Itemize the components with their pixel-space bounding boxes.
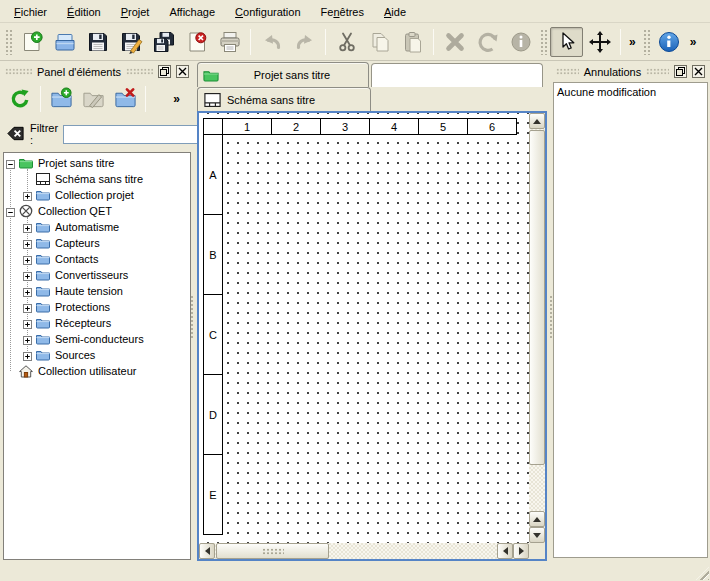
float-dock-button[interactable] (158, 65, 171, 78)
toolbar-drag-handle[interactable] (5, 29, 12, 55)
horizontal-scrollbar-thumb[interactable] (216, 543, 329, 559)
undo-history-list[interactable]: Aucune modification (553, 82, 708, 558)
toolbar-drag-handle[interactable] (540, 29, 547, 55)
diagram-canvas[interactable]: 123456 ABCDE (199, 113, 529, 543)
expand-icon[interactable] (23, 255, 32, 264)
save-file-icon (86, 30, 110, 54)
new-category-button[interactable] (45, 84, 77, 114)
save-file-as-button[interactable] (114, 27, 147, 57)
menu-item-projet[interactable]: Projet (111, 0, 160, 22)
scroll-down-button[interactable] (529, 527, 545, 543)
toolbar-overflow-button[interactable]: » (686, 35, 701, 49)
tree-item-contacts[interactable]: Contacts (4, 251, 190, 267)
about-info-button[interactable] (653, 27, 686, 57)
project-tab-label: Projet sans titre (220, 69, 364, 81)
menu-item-fenetres[interactable]: Fenêtres (311, 0, 374, 22)
toolbar-overflow-button[interactable]: » (169, 92, 184, 106)
print-button[interactable] (213, 27, 246, 57)
paste-button (396, 27, 429, 57)
expand-icon[interactable] (23, 271, 32, 280)
right-splitter-handle[interactable] (549, 295, 554, 339)
float-dock-button[interactable] (674, 65, 687, 78)
menu-item-affichage[interactable]: Affichage (159, 0, 225, 22)
expand-icon[interactable] (23, 303, 32, 312)
toolbar-separator (145, 86, 146, 112)
expand-icon[interactable] (23, 223, 32, 232)
collapse-icon[interactable] (6, 207, 15, 216)
expand-icon[interactable] (23, 351, 32, 360)
toolbar-overflow-button[interactable]: » (625, 35, 640, 49)
tree-item-schema-sans-titre[interactable]: Schéma sans titre (4, 171, 190, 187)
vertical-scrollbar-thumb[interactable] (529, 130, 545, 465)
edit-category-button (77, 84, 109, 114)
close-dock-button[interactable] (176, 65, 189, 78)
element-info-button (504, 27, 537, 57)
expand-icon[interactable] (23, 191, 32, 200)
tree-item-automatisme[interactable]: Automatisme (4, 219, 190, 235)
tree-item-recepteurs[interactable]: Récepteurs (4, 315, 190, 331)
tree-item-collection-utilisateur[interactable]: Collection utilisateur (4, 363, 190, 379)
filter-input[interactable] (63, 125, 213, 144)
collapse-icon[interactable] (6, 159, 15, 168)
delete-category-button[interactable] (109, 84, 141, 114)
elements-panel-titlebar[interactable]: Panel d'éléments (2, 63, 192, 80)
toolbar-separator (250, 29, 251, 55)
elements-tree: Projet sans titreSchéma sans titreCollec… (3, 152, 191, 560)
tab-project[interactable]: Projet sans titre (197, 62, 369, 87)
select-tool-icon (555, 30, 579, 54)
tab-schema[interactable]: Schéma sans titre (197, 87, 371, 111)
new-file-icon (20, 30, 44, 54)
toolbar-drag-handle[interactable] (643, 29, 650, 55)
save-all-button[interactable] (147, 27, 180, 57)
expand-icon[interactable] (23, 239, 32, 248)
menu-item-aide[interactable]: Aide (374, 0, 416, 22)
scroll-up-button[interactable] (529, 113, 545, 129)
tree-item-semi-conducteurs[interactable]: Semi-conducteurs (4, 331, 190, 347)
close-file-button[interactable] (180, 27, 213, 57)
horizontal-scrollbar[interactable] (199, 543, 529, 559)
tree-item-capteurs[interactable]: Capteurs (4, 235, 190, 251)
tree-item-protections[interactable]: Protections (4, 299, 190, 315)
menu-item-edition[interactable]: Édition (57, 0, 111, 22)
expand-icon[interactable] (23, 287, 32, 296)
menu-item-configuration[interactable]: Configuration (225, 0, 310, 22)
scroll-up-button-2[interactable] (529, 511, 545, 527)
window-size-grip[interactable] (696, 567, 709, 580)
tree-item-convertisseurs[interactable]: Convertisseurs (4, 267, 190, 283)
scrollbar-corner (529, 543, 545, 559)
reload-collections-button[interactable] (4, 84, 36, 114)
undo-list-item[interactable]: Aucune modification (557, 84, 704, 100)
close-dock-button[interactable] (692, 65, 705, 78)
undo-dock-titlebar[interactable]: Annulations (553, 63, 708, 80)
vertical-scrollbar[interactable] (529, 113, 545, 543)
tree-item-projet-sans-titre[interactable]: Projet sans titre (4, 155, 190, 171)
select-tool-button[interactable] (550, 27, 583, 57)
open-file-icon (53, 30, 77, 54)
folder-icon (36, 253, 50, 265)
left-splitter-handle[interactable] (190, 295, 195, 339)
save-file-button[interactable] (81, 27, 114, 57)
tree-item-sources[interactable]: Sources (4, 347, 190, 363)
schema-icon (36, 173, 50, 185)
expand-icon[interactable] (23, 335, 32, 344)
move-tool-button[interactable] (583, 27, 616, 57)
tree-item-label: Automatisme (55, 221, 119, 233)
tree-item-collection-projet[interactable]: Collection projet (4, 187, 190, 203)
schema-tabbar: Schéma sans titre (195, 87, 551, 111)
toolbar-separator (433, 29, 434, 55)
project-folder-icon (202, 69, 220, 82)
tree-item-label: Collection QET (38, 205, 112, 217)
folder-icon (36, 333, 50, 345)
tree-item-haute-tension[interactable]: Haute tension (4, 283, 190, 299)
tree-item-collection-qet[interactable]: Collection QET (4, 203, 190, 219)
tree-item-label: Sources (55, 349, 95, 361)
menu-item-fichier[interactable]: Fichier (4, 0, 57, 22)
elements-panel-toolbar: » (2, 82, 192, 115)
scroll-right-button[interactable] (513, 543, 529, 559)
new-file-button[interactable] (15, 27, 48, 57)
scroll-left-button-2[interactable] (497, 543, 513, 559)
scroll-left-button[interactable] (199, 543, 215, 559)
clear-filter-icon[interactable] (6, 124, 25, 145)
expand-icon[interactable] (23, 319, 32, 328)
open-file-button[interactable] (48, 27, 81, 57)
